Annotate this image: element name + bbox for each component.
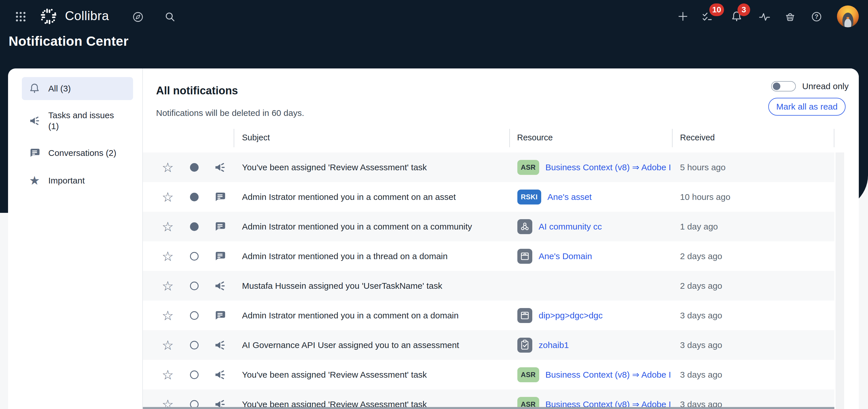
resource-community-badge bbox=[517, 219, 532, 234]
conversation-comment-icon bbox=[213, 220, 226, 233]
comment-icon bbox=[28, 147, 41, 159]
read-status-dot[interactable] bbox=[190, 371, 198, 379]
search-icon[interactable] bbox=[164, 11, 177, 23]
notification-row[interactable]: ☆ You've been assigned 'Review Assessmen… bbox=[143, 389, 834, 409]
resource-link[interactable]: Ane's asset bbox=[548, 192, 592, 202]
received-time: 2 days ago bbox=[680, 281, 722, 291]
resource-assessment-badge bbox=[517, 338, 532, 353]
notification-row[interactable]: ☆ Mustafa Hussein assigned you 'UserTask… bbox=[143, 271, 834, 300]
conversation-comment-icon bbox=[213, 191, 226, 204]
sidebar-item-important[interactable]: ★ Important bbox=[22, 169, 133, 192]
brand-wordmark[interactable]: Collibra bbox=[65, 9, 109, 23]
resource-link[interactable]: Business Context (v8) ⇒ Adobe I bbox=[546, 370, 671, 380]
notification-row[interactable]: ☆ You've been assigned 'Review Assessmen… bbox=[143, 152, 834, 182]
notifications-count-badge: 3 bbox=[738, 3, 750, 16]
sidebar-item-conversations[interactable]: Conversations (2) bbox=[22, 142, 133, 165]
resource-link[interactable]: Ane's Domain bbox=[538, 252, 592, 261]
conversation-comment-icon bbox=[213, 309, 226, 322]
sidebar-item-label: All (3) bbox=[48, 83, 71, 94]
read-status-dot[interactable] bbox=[190, 252, 198, 261]
mark-all-as-read-button[interactable]: Mark all as read bbox=[768, 98, 845, 116]
received-time: 1 day ago bbox=[680, 222, 718, 232]
star-icon[interactable]: ☆ bbox=[162, 191, 174, 204]
column-header-subject: Subject bbox=[242, 133, 270, 142]
notification-row[interactable]: ☆ Admin Istrator mentioned you in a comm… bbox=[143, 212, 834, 241]
resource-domain-badge bbox=[517, 249, 532, 264]
notification-row[interactable]: ☆ You've been assigned 'Review Assessmen… bbox=[143, 360, 834, 389]
received-time: 3 days ago bbox=[680, 370, 722, 380]
unread-only-toggle[interactable] bbox=[771, 81, 796, 91]
resource-cell: AI community cc bbox=[517, 219, 602, 234]
compass-icon[interactable] bbox=[131, 10, 145, 24]
task-megaphone-icon bbox=[213, 279, 226, 293]
read-status-dot[interactable] bbox=[190, 341, 198, 349]
read-status-dot[interactable] bbox=[190, 222, 198, 231]
task-megaphone-icon bbox=[213, 339, 226, 352]
sidebar-item-all[interactable]: All (3) bbox=[22, 77, 133, 100]
sidebar-item-tasks-and-issues[interactable]: Tasks and issues (1) bbox=[22, 105, 133, 137]
activity-pulse-icon[interactable] bbox=[758, 10, 771, 23]
notification-row[interactable]: ☆ Admin Istrator mentioned you in a thre… bbox=[143, 241, 834, 271]
bell-icon bbox=[28, 82, 41, 95]
resource-type-badge: ASR bbox=[517, 160, 539, 175]
user-avatar[interactable] bbox=[837, 5, 859, 27]
received-time: 3 days ago bbox=[680, 340, 722, 350]
resource-link[interactable]: dip>pg>dgc>dgc bbox=[538, 311, 603, 320]
star-icon[interactable]: ☆ bbox=[162, 250, 174, 263]
star-icon[interactable]: ☆ bbox=[162, 220, 174, 233]
column-divider bbox=[672, 129, 673, 147]
help-icon[interactable] bbox=[810, 10, 823, 23]
list-title: All notifications bbox=[156, 85, 238, 97]
read-status-dot[interactable] bbox=[190, 282, 198, 290]
task-megaphone-icon bbox=[213, 161, 226, 174]
column-divider bbox=[234, 129, 234, 147]
resource-type-badge: ASR bbox=[517, 367, 539, 382]
notification-row[interactable]: ☆ AI Governance API User assigned you to… bbox=[143, 330, 834, 360]
megaphone-icon bbox=[28, 115, 41, 127]
received-time: 3 days ago bbox=[680, 311, 722, 320]
unread-only-label: Unread only bbox=[802, 81, 849, 91]
task-megaphone-icon bbox=[213, 368, 226, 381]
read-status-dot[interactable] bbox=[190, 193, 198, 201]
notification-subject: Admin Istrator mentioned you in a thread… bbox=[242, 252, 447, 261]
tasks-count-badge: 10 bbox=[709, 3, 724, 16]
notification-subject: Mustafa Hussein assigned you 'UserTaskNa… bbox=[242, 281, 442, 291]
received-time: 2 days ago bbox=[680, 252, 722, 261]
star-icon[interactable]: ☆ bbox=[162, 309, 174, 322]
received-time: 5 hours ago bbox=[680, 163, 725, 172]
read-status-dot[interactable] bbox=[190, 311, 198, 320]
vertical-scrollbar-track[interactable] bbox=[836, 152, 844, 409]
resource-link[interactable]: zohaib1 bbox=[538, 340, 569, 350]
sidebar-item-label: Important bbox=[48, 175, 85, 186]
notification-subject: You've been assigned 'Review Assessment'… bbox=[242, 163, 427, 172]
notification-list-panel: All notifications Notifications will be … bbox=[143, 68, 859, 409]
resource-link[interactable]: AI community cc bbox=[538, 222, 602, 232]
retention-note: Notifications will be deleted in 60 days… bbox=[156, 108, 304, 118]
star-icon[interactable]: ☆ bbox=[162, 368, 174, 381]
notification-row[interactable]: ☆ Admin Istrator mentioned you in a comm… bbox=[143, 182, 834, 212]
collibra-logo[interactable] bbox=[40, 7, 58, 25]
resource-domain-badge bbox=[517, 308, 532, 323]
received-time: 10 hours ago bbox=[680, 192, 730, 202]
notification-subject: Admin Istrator mentioned you in a commen… bbox=[242, 222, 472, 232]
resource-cell: ASR Business Context (v8) ⇒ Adobe I bbox=[517, 367, 671, 382]
star-icon: ★ bbox=[28, 174, 41, 187]
horizontal-scrollbar[interactable] bbox=[143, 407, 834, 409]
sidebar-item-label: Conversations (2) bbox=[48, 148, 116, 158]
top-navigation-bar: Collibra 10 3 bbox=[0, 0, 868, 33]
notification-row[interactable]: ☆ Admin Istrator mentioned you in a comm… bbox=[143, 300, 834, 330]
app-grid-icon[interactable] bbox=[14, 10, 27, 23]
basket-icon[interactable] bbox=[783, 10, 797, 23]
star-icon[interactable]: ☆ bbox=[162, 339, 174, 352]
resource-cell: Ane's Domain bbox=[517, 249, 592, 264]
create-plus-icon[interactable] bbox=[677, 10, 689, 23]
column-divider bbox=[509, 129, 510, 147]
resource-cell: dip>pg>dgc>dgc bbox=[517, 308, 603, 323]
read-status-dot[interactable] bbox=[190, 163, 198, 172]
notification-subject: Admin Istrator mentioned you in a commen… bbox=[242, 311, 459, 320]
column-divider bbox=[834, 129, 834, 147]
star-icon[interactable]: ☆ bbox=[162, 279, 174, 293]
star-icon[interactable]: ☆ bbox=[162, 161, 174, 174]
conversation-comment-icon bbox=[213, 250, 226, 263]
resource-link[interactable]: Business Context (v8) ⇒ Adobe I bbox=[546, 162, 671, 172]
